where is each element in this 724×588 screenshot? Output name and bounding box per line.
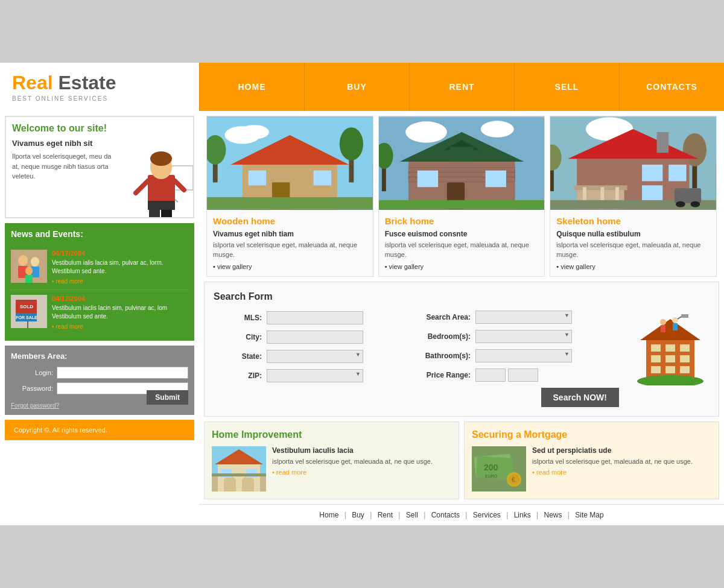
members-title: Members Area: — [11, 352, 188, 361]
footer-link-links[interactable]: Links — [514, 511, 531, 519]
login-input[interactable] — [57, 367, 188, 379]
content-area: Wooden home Vivamus eget nibh tiam islpo… — [199, 111, 724, 525]
svg-rect-62 — [657, 132, 669, 153]
svg-rect-92 — [681, 314, 688, 318]
nav-home[interactable]: HOME — [199, 63, 304, 111]
footer-link-rent[interactable]: Rent — [378, 511, 393, 519]
nav-contacts[interactable]: CONTACTS — [619, 63, 724, 111]
svg-rect-90 — [673, 323, 678, 330]
listing-brick: Brick home Fusce euismod consnte islport… — [378, 116, 545, 277]
bedrooms-select[interactable] — [475, 330, 572, 343]
listings-section: Wooden home Vivamus eget nibh tiam islpo… — [199, 111, 724, 277]
zip-select[interactable] — [267, 369, 363, 382]
bathrooms-select-wrapper — [475, 349, 572, 362]
welcome-person-figure — [130, 130, 194, 218]
state-row: State: — [214, 350, 410, 363]
mls-input[interactable] — [267, 311, 363, 324]
mortgage-readmore[interactable]: read more — [532, 469, 711, 476]
zip-row: ZIP: — [214, 369, 410, 382]
listing-img-wooden — [207, 116, 373, 210]
sidebar: Welcome to our site! Vivamus eget nibh s… — [0, 111, 199, 525]
city-label: City: — [214, 333, 262, 341]
svg-rect-79 — [651, 355, 661, 362]
listing-img-brick — [379, 116, 545, 210]
svg-rect-83 — [665, 366, 675, 373]
svg-rect-82 — [651, 366, 661, 373]
home-improvement-readmore[interactable]: read more — [272, 469, 451, 476]
bottom-sections: Home Improvement — [204, 422, 719, 499]
news-box: News and Events: — [5, 223, 194, 341]
svg-point-73 — [676, 201, 685, 207]
listing-wooden: Wooden home Vivamus eget nibh tiam islpo… — [206, 116, 373, 277]
news-item: 04/17/2004 Vestibulum ialis lacia sim, p… — [11, 245, 188, 290]
area-select[interactable] — [475, 311, 572, 324]
search-now-button[interactable]: Search NOW! — [541, 388, 619, 407]
svg-rect-69 — [669, 165, 687, 181]
svg-point-4 — [150, 151, 172, 166]
svg-rect-78 — [680, 344, 690, 352]
svg-rect-18 — [25, 275, 33, 283]
footer-link-services[interactable]: Services — [473, 511, 501, 519]
nav-sell[interactable]: SELL — [514, 63, 619, 111]
search-section: Search Form MLS: City: State: — [204, 282, 719, 417]
mls-label: MLS: — [214, 314, 262, 322]
home-improvement-thumb — [212, 446, 266, 492]
listing-gallery-brick[interactable]: view gallery — [385, 263, 539, 270]
copyright-bar: Copyright ©. All rights reserved. — [5, 420, 194, 440]
search-form-left: Search Form MLS: City: State: — [214, 291, 410, 407]
nav-rent[interactable]: RENT — [409, 63, 514, 111]
footer-link-home[interactable]: Home — [319, 511, 338, 519]
search-title: Search Form — [214, 291, 410, 302]
svg-point-13 — [18, 255, 28, 266]
listing-gallery-skeleton[interactable]: view gallery — [556, 263, 710, 270]
state-select[interactable] — [267, 350, 363, 363]
footer-link-sell[interactable]: Sell — [406, 511, 418, 519]
listing-skeleton: Skeleton home Quisque nulla estibulum is… — [550, 116, 717, 277]
header: Real Estate BEST ONLINE SERVICES HOME BU… — [0, 63, 724, 111]
news-readmore-2[interactable]: • read more — [52, 323, 188, 330]
price-min-input[interactable] — [475, 368, 506, 382]
price-max-input[interactable] — [508, 368, 538, 382]
svg-rect-50 — [417, 171, 437, 187]
price-label: Price Range: — [422, 371, 471, 379]
listing-img-skeleton — [550, 116, 716, 210]
svg-rect-70 — [642, 185, 662, 201]
main-content: Welcome to our site! Vivamus eget nibh s… — [0, 111, 724, 525]
search-illustration — [631, 291, 710, 407]
news-item-2: SOLD FOR SALE 04/17/2004 Vestibulum iacl… — [11, 290, 188, 335]
listing-desc-skeleton: islporta vel scelerisque eget, maleuada … — [556, 241, 710, 259]
logo-subtitle: BEST ONLINE SERVICES — [12, 95, 187, 102]
copyright-text: Copyright ©. All rights reserved. — [14, 426, 107, 434]
welcome-box: Welcome to our site! Vivamus eget nibh s… — [5, 116, 194, 218]
news-date-1: 04/17/2004 — [52, 250, 188, 257]
svg-rect-51 — [485, 171, 506, 187]
svg-rect-49 — [449, 147, 473, 162]
svg-rect-99 — [212, 473, 266, 476]
home-improvement-body: Vestibulum iaculis lacia islporta vel sc… — [272, 446, 451, 492]
home-improvement-content: Vestibulum iaculis lacia islporta vel sc… — [212, 446, 451, 492]
news-readmore-1[interactable]: • read more — [52, 278, 188, 285]
svg-rect-76 — [651, 344, 661, 352]
submit-button[interactable]: Submit — [147, 390, 188, 405]
news-content-2: 04/17/2004 Vestibulum iaclis lacin sim, … — [52, 295, 188, 330]
search-form-right: Search Area: Bedroom(s): — [422, 291, 619, 407]
svg-point-74 — [691, 201, 700, 207]
footer-link-buy[interactable]: Buy — [352, 511, 364, 519]
bedrooms-label: Bedroom(s): — [422, 332, 471, 341]
city-input[interactable] — [267, 330, 363, 344]
mortgage-bold: Sed ut perspiciatis ude — [532, 446, 711, 455]
footer-link-news[interactable]: News — [544, 511, 562, 519]
news-title: News and Events: — [11, 229, 188, 239]
svg-rect-37 — [207, 197, 373, 209]
footer-link-sitemap[interactable]: Site Map — [575, 511, 603, 519]
logo-real: Real — [12, 72, 53, 93]
bathrooms-select[interactable] — [475, 349, 572, 362]
svg-rect-68 — [642, 165, 662, 181]
nav-buy[interactable]: BUY — [304, 63, 409, 111]
bedrooms-row: Bedroom(s): — [422, 330, 619, 343]
footer-link-contacts[interactable]: Contacts — [431, 511, 460, 519]
listing-headline-brick: Fusce euismod consnte — [385, 230, 539, 238]
listing-gallery-wooden[interactable]: view gallery — [213, 263, 367, 270]
state-label: State: — [214, 352, 262, 361]
forgot-password-link[interactable]: Forgot password? — [11, 402, 59, 409]
